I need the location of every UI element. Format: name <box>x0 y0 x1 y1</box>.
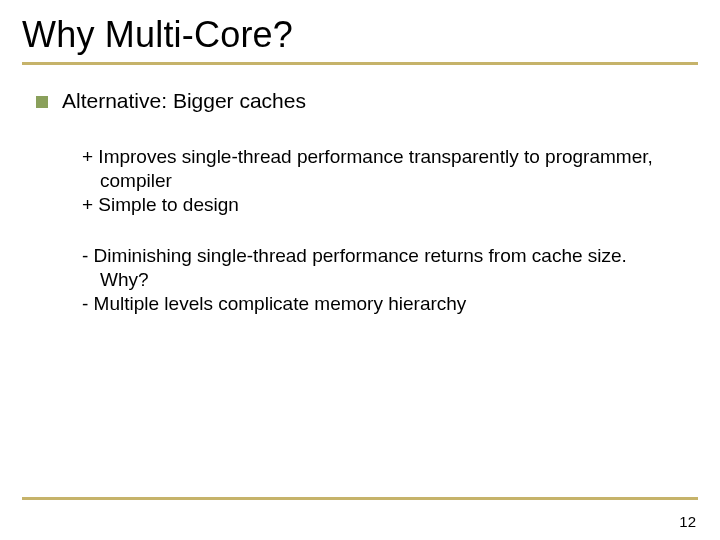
slide: Why Multi-Core? Alternative: Bigger cach… <box>0 0 720 540</box>
con-line: - Multiple levels complicate memory hier… <box>62 292 678 316</box>
slide-title: Why Multi-Core? <box>22 14 698 56</box>
pro-line: + Simple to design <box>62 193 678 217</box>
bullet-item: Alternative: Bigger caches <box>36 89 698 113</box>
con-line: - Diminishing single-thread performance … <box>62 244 678 292</box>
footer-divider <box>22 497 698 500</box>
pro-line: + Improves single-thread performance tra… <box>62 145 678 193</box>
square-bullet-icon <box>36 96 48 108</box>
bullet-text: Alternative: Bigger caches <box>62 89 306 113</box>
pros-block: + Improves single-thread performance tra… <box>62 145 678 216</box>
page-number: 12 <box>679 513 696 530</box>
cons-block: - Diminishing single-thread performance … <box>62 244 678 315</box>
title-divider <box>22 62 698 65</box>
